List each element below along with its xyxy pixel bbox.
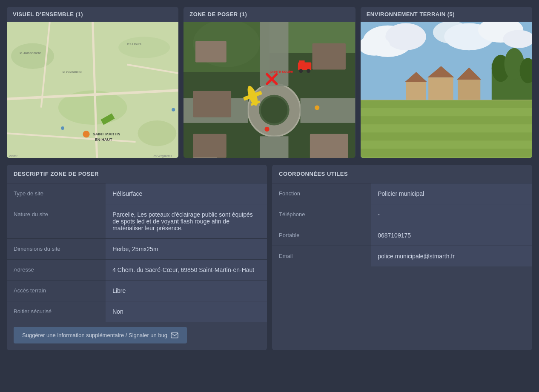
value-adresse: 4 Chem. du Sacré-Cœur, 69850 Saint-Marti… xyxy=(106,260,267,280)
svg-point-4 xyxy=(138,120,177,146)
zone-panel-body: pierre couée 20 m xyxy=(183,22,355,158)
bottom-section: DESCRIPTIF ZONE DE POSER Type de site Hé… xyxy=(0,165,539,357)
env-panel-title: ENVIRONNEMENT TERRAIN (5) xyxy=(361,7,532,22)
table-row: Téléphone - xyxy=(272,204,532,225)
coordonnees-table: Fonction Policier municipal Téléphone - … xyxy=(272,183,532,266)
svg-rect-65 xyxy=(458,80,480,100)
label-adresse: Adresse xyxy=(7,260,106,280)
svg-rect-30 xyxy=(301,98,356,123)
value-email: police.municipale@stmarth.fr xyxy=(371,246,532,267)
coordonnees-panel-title: COORDONNÉES UTILES xyxy=(272,165,532,183)
terrain-photo xyxy=(361,22,532,158)
svg-rect-31 xyxy=(260,136,289,158)
top-section: VISUEL D'ENSEMBLE (1) xyxy=(0,0,539,165)
label-type-site: Type de site xyxy=(7,183,106,204)
value-portable: 0687109175 xyxy=(371,225,532,246)
value-fonction: Policier municipal xyxy=(371,183,532,204)
svg-point-45 xyxy=(299,69,303,73)
suggest-button-label: Suggérer une information supplémentaire … xyxy=(22,332,167,338)
svg-text:la Garbillière: la Garbillière xyxy=(63,70,82,74)
svg-point-53 xyxy=(385,23,426,50)
zone-panel: ZONE DE POSER (1) xyxy=(183,7,355,158)
svg-point-2 xyxy=(118,37,170,58)
descriptif-panel: DESCRIPTIF ZONE DE POSER Type de site Hé… xyxy=(7,165,267,350)
visuel-panel: VISUEL D'ENSEMBLE (1) xyxy=(7,7,178,158)
svg-text:les Vergillières: les Vergillières xyxy=(153,155,172,158)
descriptif-table: Type de site Hélisurface Nature du site … xyxy=(7,183,267,322)
svg-text:EN-HAUT: EN-HAUT xyxy=(95,137,112,142)
table-row: Fonction Policier municipal xyxy=(272,183,532,204)
svg-text:la Jalbandière: la Jalbandière xyxy=(20,51,41,55)
svg-rect-72 xyxy=(361,132,532,140)
svg-point-50 xyxy=(315,105,319,110)
label-nature-site: Nature du site xyxy=(7,204,106,239)
svg-text:Walter: Walter xyxy=(9,155,18,157)
email-icon xyxy=(171,332,178,338)
svg-rect-73 xyxy=(361,149,532,157)
value-telephone: - xyxy=(371,204,532,225)
label-boitier: Boitier sécurisé xyxy=(7,301,106,322)
svg-point-16 xyxy=(83,131,89,137)
svg-point-27 xyxy=(261,97,288,123)
value-dimensions: Herbe, 25mx25m xyxy=(106,239,267,260)
svg-rect-36 xyxy=(193,134,226,158)
label-telephone: Téléphone xyxy=(272,204,371,225)
svg-rect-43 xyxy=(298,63,311,70)
suggest-button[interactable]: Suggérer une information supplémentaire … xyxy=(14,327,187,343)
table-row: Dimensions du site Herbe, 25mx25m xyxy=(7,239,267,260)
coordonnees-panel: COORDONNÉES UTILES Fonction Policier mun… xyxy=(272,165,532,350)
zone-panel-title: ZONE DE POSER (1) xyxy=(183,7,355,22)
table-row: Email police.municipale@stmarth.fr xyxy=(272,246,532,267)
svg-rect-34 xyxy=(313,43,346,70)
svg-point-17 xyxy=(61,126,64,130)
label-acces-terrain: Accès terrain xyxy=(7,280,106,301)
table-row: Adresse 4 Chem. du Sacré-Cœur, 69850 Sai… xyxy=(7,260,267,280)
svg-text:SAINT MARTIN: SAINT MARTIN xyxy=(93,132,120,136)
svg-text:les Hauts: les Hauts xyxy=(127,42,141,46)
visuel-panel-title: VISUEL D'ENSEMBLE (1) xyxy=(7,7,178,22)
svg-text:pierre couée: pierre couée xyxy=(270,69,293,74)
visuel-panel-body: la Jalbandière les Hauts la Garbillière … xyxy=(7,22,178,158)
svg-rect-63 xyxy=(428,77,453,100)
svg-rect-32 xyxy=(193,91,232,117)
label-dimensions: Dimensions du site xyxy=(7,239,106,260)
label-portable: Portable xyxy=(272,225,371,246)
label-fonction: Fonction xyxy=(272,183,371,204)
map-image: la Jalbandière les Hauts la Garbillière … xyxy=(7,22,178,158)
table-row: Nature du site Parcelle, Les poteaux d'é… xyxy=(7,204,267,239)
aerial-map: pierre couée 20 m xyxy=(183,22,355,158)
label-email: Email xyxy=(272,246,371,267)
svg-rect-33 xyxy=(195,41,226,62)
env-panel-body xyxy=(361,22,532,158)
table-row: Type de site Hélisurface xyxy=(7,183,267,204)
svg-rect-44 xyxy=(299,60,304,63)
value-acces-terrain: Libre xyxy=(106,280,267,301)
svg-rect-71 xyxy=(361,116,532,124)
value-type-site: Hélisurface xyxy=(106,183,267,204)
descriptif-panel-title: DESCRIPTIF ZONE DE POSER xyxy=(7,165,267,183)
value-nature-site: Parcelle, Les poteaux d'éclairage public… xyxy=(106,204,267,239)
env-panel: ENVIRONNEMENT TERRAIN (5) xyxy=(361,7,532,158)
table-row: Boitier sécurisé Non xyxy=(7,301,267,322)
table-row: Accès terrain Libre xyxy=(7,280,267,301)
svg-rect-70 xyxy=(361,100,532,108)
table-row: Portable 0687109175 xyxy=(272,225,532,246)
svg-rect-67 xyxy=(406,82,426,100)
svg-point-18 xyxy=(172,108,175,112)
svg-point-46 xyxy=(307,69,310,73)
svg-rect-35 xyxy=(310,134,348,158)
svg-point-49 xyxy=(265,127,270,132)
value-boitier: Non xyxy=(106,301,267,322)
